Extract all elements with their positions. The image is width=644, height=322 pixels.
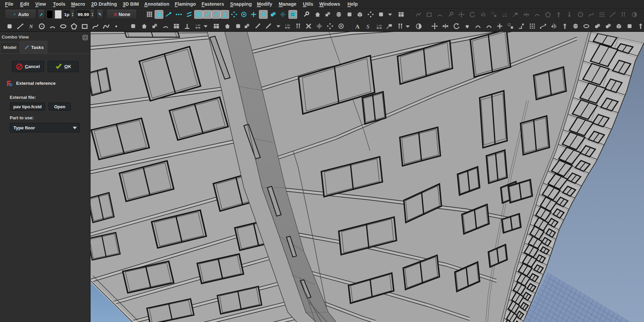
svg-text:S: S [366, 23, 369, 29]
svg-text:1.00: 1.00 [196, 24, 201, 27]
svg-text:1.00: 1.00 [502, 12, 507, 15]
svg-text:1.00: 1.00 [285, 24, 290, 27]
svg-text:N: N [29, 23, 33, 29]
svg-text:1.00: 1.00 [376, 24, 382, 27]
svg-text:A: A [355, 23, 360, 29]
